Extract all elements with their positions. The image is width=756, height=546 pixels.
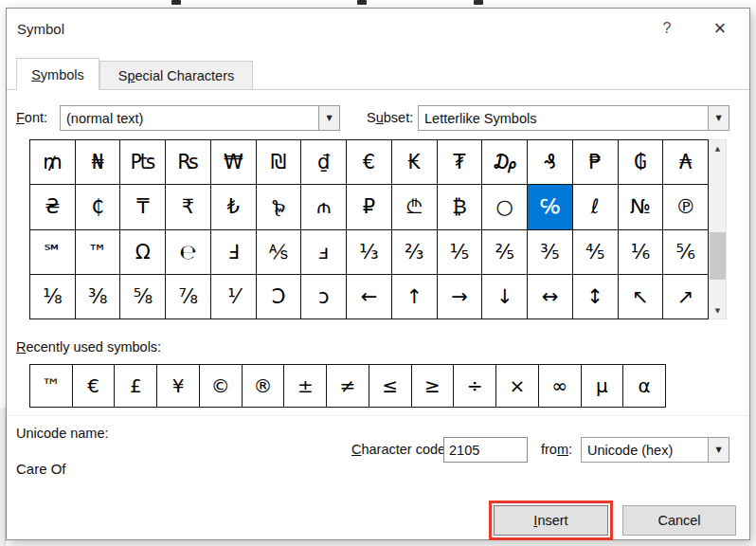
recent-symbol-cell[interactable]: ∞ <box>539 365 582 408</box>
symbol-cell[interactable]: ₿ <box>438 185 483 229</box>
recent-symbol-cell[interactable]: ÷ <box>454 365 496 408</box>
symbol-cell[interactable]: ₱ <box>573 140 619 185</box>
scroll-up-button[interactable]: ▲ <box>710 140 726 156</box>
symbol-cell[interactable]: ₽ <box>347 185 392 229</box>
recent-symbol-cell[interactable]: ≥ <box>412 365 455 408</box>
symbol-cell[interactable]: ↄ <box>301 275 347 319</box>
symbol-cell[interactable]: ₸ <box>120 185 166 229</box>
recent-symbol-cell[interactable]: ™ <box>30 365 73 408</box>
symbol-cell[interactable]: Ⅎ <box>211 230 257 275</box>
symbol-cell[interactable]: ₻ <box>257 185 302 229</box>
symbol-cell[interactable]: ₼ <box>301 185 347 229</box>
symbol-cell[interactable]: → <box>438 275 483 319</box>
subset-dropdown-value: Letterlike Symbols <box>419 106 708 130</box>
background-glyph-fragment <box>474 0 483 5</box>
symbol-cell[interactable]: ↓ <box>482 275 528 319</box>
recent-symbol-cell[interactable]: × <box>496 365 539 408</box>
symbol-cell[interactable]: ₲ <box>619 140 664 185</box>
symbol-cell[interactable]: ⅔ <box>392 230 438 275</box>
recent-symbol-cell[interactable]: ≠ <box>327 365 369 408</box>
symbol-cell[interactable]: ↖ <box>619 275 664 319</box>
symbol-cell[interactable]: ℠ <box>30 230 76 275</box>
recent-symbol-cell[interactable]: ± <box>284 365 327 408</box>
tab-special-characters[interactable]: Special Characters <box>99 61 253 89</box>
recent-symbol-cell[interactable]: ¥ <box>157 365 200 408</box>
symbol-cell[interactable]: ⅘ <box>573 230 619 275</box>
scrollbar-thumb[interactable] <box>710 232 726 280</box>
recently-used-label: Recently used symbols: <box>16 339 161 355</box>
symbol-cell[interactable]: ₥ <box>30 140 76 185</box>
subset-dropdown-arrow[interactable]: ▼ <box>708 106 729 130</box>
symbol-cell[interactable]: ↔ <box>528 275 573 319</box>
symbol-cell[interactable]: Ω <box>120 230 166 275</box>
scroll-down-icon: ▼ <box>715 307 720 315</box>
symbol-cell[interactable]: ₾ <box>392 185 438 229</box>
font-dropdown-arrow[interactable]: ▼ <box>318 106 339 130</box>
symbol-cell[interactable]: ⅗ <box>528 230 573 275</box>
font-dropdown[interactable]: (normal text) ▼ <box>60 105 340 131</box>
symbol-cell[interactable]: ⅞ <box>166 275 211 319</box>
unicode-name-label: Unicode name: <box>16 426 109 441</box>
symbol-cell[interactable]: ₴ <box>30 185 76 229</box>
symbol-cell[interactable]: ⅟ <box>211 275 257 319</box>
symbol-cell[interactable]: ₺ <box>211 185 257 229</box>
symbol-cell[interactable]: ↗ <box>663 275 709 319</box>
symbol-cell[interactable]: ₭ <box>392 140 438 185</box>
symbol-grid-scrollbar[interactable]: ▲ ▼ <box>709 139 727 319</box>
cancel-button[interactable]: Cancel <box>622 505 736 536</box>
recent-symbol-cell[interactable]: ≤ <box>369 365 412 408</box>
symbol-cell[interactable]: ₩ <box>211 140 257 185</box>
dropdown-arrow-icon: ▼ <box>715 114 721 122</box>
symbol-cell[interactable]: ℗ <box>663 185 709 229</box>
from-dropdown[interactable]: Unicode (hex) ▼ <box>581 437 729 463</box>
symbol-cell[interactable]: ⅝ <box>120 275 166 319</box>
symbol-cell[interactable]: ₳ <box>663 140 709 185</box>
scroll-down-button[interactable]: ▼ <box>710 302 726 318</box>
recent-symbol-cell[interactable]: µ <box>582 365 624 408</box>
symbol-cell[interactable]: ₵ <box>76 185 121 229</box>
symbol-cell[interactable]: ↕ <box>573 275 619 319</box>
symbol-cell[interactable]: ℓ <box>573 185 619 229</box>
symbol-cell[interactable]: ₪ <box>257 140 302 185</box>
help-button[interactable]: ? <box>655 16 679 41</box>
recent-symbol-cell[interactable]: € <box>73 365 116 408</box>
symbol-cell[interactable]: ⅎ <box>301 230 347 275</box>
insert-button[interactable]: Insert <box>494 505 608 536</box>
symbol-cell[interactable]: ₦ <box>76 140 121 185</box>
dropdown-arrow-icon: ▼ <box>326 114 332 122</box>
symbol-cell[interactable]: ⅚ <box>663 230 709 275</box>
symbol-cell[interactable]: ⅛ <box>30 275 76 319</box>
recent-symbol-cell[interactable]: ® <box>243 365 285 408</box>
tab-symbols[interactable]: Symbols <box>16 58 99 90</box>
symbol-cell[interactable]: ○ <box>482 185 528 229</box>
help-icon: ? <box>663 20 672 37</box>
symbol-cell[interactable]: ₨ <box>166 140 211 185</box>
symbol-cell[interactable]: ₯ <box>482 140 528 185</box>
symbol-cell-selected[interactable]: ℅ <box>528 185 573 229</box>
from-dropdown-arrow[interactable]: ▼ <box>708 438 729 462</box>
symbol-cell[interactable]: № <box>619 185 664 229</box>
symbol-cell[interactable]: ⅜ <box>76 275 121 319</box>
symbol-cell[interactable]: ⅍ <box>257 230 302 275</box>
symbol-cell[interactable]: ↑ <box>392 275 438 319</box>
symbol-cell[interactable]: ⅖ <box>482 230 528 275</box>
symbol-cell[interactable]: ™ <box>76 230 121 275</box>
symbol-cell[interactable]: ₮ <box>438 140 483 185</box>
recent-symbol-cell[interactable]: © <box>200 365 243 408</box>
symbol-cell[interactable]: ⅙ <box>619 230 664 275</box>
symbol-cell[interactable]: ⅓ <box>347 230 392 275</box>
symbol-cell[interactable]: ₹ <box>166 185 211 229</box>
character-code-input[interactable] <box>443 437 528 463</box>
symbol-cell[interactable]: Ↄ <box>257 275 302 319</box>
symbol-cell[interactable]: ₰ <box>528 140 573 185</box>
subset-dropdown[interactable]: Letterlike Symbols ▼ <box>418 105 729 131</box>
recent-symbol-cell[interactable]: £ <box>115 365 157 408</box>
symbol-cell[interactable]: ₫ <box>301 140 347 185</box>
symbol-cell[interactable]: ℮ <box>166 230 211 275</box>
close-button[interactable]: × <box>708 16 732 41</box>
symbol-cell[interactable]: € <box>347 140 392 185</box>
symbol-cell[interactable]: ⅕ <box>438 230 483 275</box>
recent-symbol-cell[interactable]: α <box>623 365 666 408</box>
symbol-cell[interactable]: ← <box>347 275 392 319</box>
symbol-cell[interactable]: ₧ <box>120 140 166 185</box>
